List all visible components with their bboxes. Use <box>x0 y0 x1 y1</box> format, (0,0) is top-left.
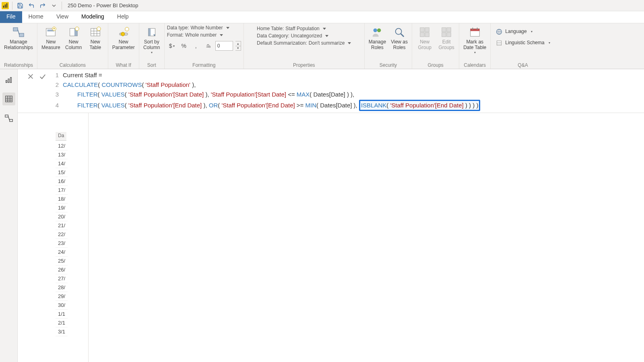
table-row[interactable]: 15/ <box>56 168 68 177</box>
ribbon-group-whatif: New Parameter What If <box>108 23 139 69</box>
group-label-formatting: Formatting <box>167 62 241 69</box>
tab-file[interactable]: File <box>0 11 22 23</box>
data-category-dropdown[interactable]: Data Category: Uncategorized <box>257 33 328 39</box>
tab-view[interactable]: View <box>50 11 75 23</box>
table-row[interactable]: 21/ <box>56 221 68 230</box>
table-row[interactable]: 28/ <box>56 283 68 292</box>
relationships-icon <box>12 26 25 39</box>
data-type-label: Data type: <box>167 25 189 31</box>
view-as-roles-button[interactable]: View as Roles <box>389 25 409 51</box>
table-row[interactable]: 17/ <box>56 186 68 195</box>
ribbon: Manage Relationships Relationships ✦ New… <box>0 23 644 69</box>
table-row[interactable]: 12/ <box>56 142 68 150</box>
sort-by-column-button[interactable]: Sort by Column ▾ <box>142 25 162 55</box>
table-row[interactable]: 14/ <box>56 159 68 168</box>
svg-point-21 <box>125 27 129 31</box>
decimal-places-input[interactable]: 0 <box>215 41 233 51</box>
svg-line-56 <box>8 116 10 121</box>
svg-rect-4 <box>19 33 24 37</box>
undo-icon[interactable] <box>27 1 36 10</box>
spin-down-icon[interactable]: ▼ <box>235 46 241 51</box>
group-label-relationships: Relationships <box>2 62 35 69</box>
svg-rect-54 <box>5 115 8 117</box>
ribbon-group-security: Manage Roles View as Roles Security <box>365 23 412 69</box>
report-view-button[interactable] <box>2 73 15 86</box>
svg-text:✦: ✦ <box>53 27 56 31</box>
redo-icon[interactable] <box>38 1 47 10</box>
new-measure-button[interactable]: ✦ New Measure <box>40 25 62 51</box>
formula-editor[interactable]: 1Current Staff = 2CALCULATE( COUNTROWS( … <box>52 69 644 113</box>
model-view-button[interactable] <box>2 112 15 125</box>
home-table-dropdown[interactable]: Home Table: Staff Population <box>257 26 326 31</box>
group-label-properties: Properties <box>246 62 362 69</box>
table-row[interactable]: 13/ <box>56 150 68 159</box>
tab-help[interactable]: Help <box>111 11 135 23</box>
new-column-button[interactable]: New Column <box>64 25 84 51</box>
qat-customize-icon[interactable] <box>50 1 58 10</box>
table-row[interactable]: 26/ <box>56 265 68 274</box>
svg-point-25 <box>377 29 381 32</box>
table-row[interactable]: 16/ <box>56 177 68 186</box>
manage-roles-button[interactable]: Manage Roles <box>367 25 388 51</box>
chevron-down-icon <box>323 28 326 30</box>
table-row[interactable]: 18/ <box>56 195 68 204</box>
mark-date-table-button[interactable]: Mark as Date Table ▾ <box>462 25 488 55</box>
data-type-dropdown[interactable]: Data type: Whole Number <box>167 25 229 31</box>
new-table-button[interactable]: New Table <box>85 25 105 51</box>
decimal-places-icon: .0₀ <box>203 41 213 51</box>
table-row[interactable]: 30/ <box>56 301 68 310</box>
table-row[interactable]: 23/ <box>56 239 68 248</box>
svg-rect-32 <box>442 28 446 32</box>
svg-line-27 <box>401 34 404 37</box>
currency-format-button[interactable]: $▾ <box>167 41 177 51</box>
formula-cancel-button[interactable] <box>25 72 36 81</box>
table-row[interactable]: 25/ <box>56 257 68 265</box>
table-row[interactable]: 22/ <box>56 230 68 239</box>
comma-format-button[interactable]: , <box>191 41 201 51</box>
save-icon[interactable] <box>16 1 25 10</box>
svg-rect-37 <box>470 29 479 31</box>
summarization-label: Default Summarization: <box>257 40 307 46</box>
column-header[interactable]: Da <box>56 132 66 141</box>
svg-rect-43 <box>497 41 502 45</box>
svg-rect-35 <box>447 33 451 37</box>
group-label-qa: Q&A <box>493 62 552 69</box>
group-label-security: Security <box>367 62 409 69</box>
language-button[interactable]: Language ▾ <box>493 27 535 36</box>
table-row[interactable]: 29/ <box>56 292 68 301</box>
linguistic-schema-button[interactable]: Linguistic Schema ▾ <box>493 39 552 47</box>
group-label-sort: Sort <box>142 62 162 69</box>
table-row[interactable]: 19/ <box>56 204 68 212</box>
chevron-down-icon <box>220 34 223 36</box>
percent-format-button[interactable]: % <box>179 41 189 51</box>
table-row[interactable]: 2/1 <box>56 319 68 327</box>
svg-rect-28 <box>420 28 424 32</box>
svg-rect-1 <box>5 4 6 8</box>
edit-groups-button[interactable]: Edit Groups <box>436 25 456 51</box>
ribbon-group-groups: New Group Edit Groups Groups <box>412 23 459 69</box>
format-dropdown[interactable]: Format: Whole number <box>167 32 223 38</box>
spin-up-icon[interactable]: ▲ <box>235 41 241 46</box>
data-grid[interactable]: Date 1/06/ Da 12/13/14/15/16/17/18/19/20… <box>43 108 89 362</box>
title-bar: 250 Demo - Power BI Desktop <box>0 0 644 11</box>
tab-modeling[interactable]: Modeling <box>75 11 111 23</box>
manage-relationships-button[interactable]: Manage Relationships <box>2 25 35 51</box>
sort-icon <box>145 26 158 39</box>
summarization-dropdown[interactable]: Default Summarization: Don't summarize <box>257 40 351 46</box>
table-row[interactable]: 27/ <box>56 274 68 283</box>
highlighted-formula-fragment: ISBLANK( 'Staff Population'[End Date] ) … <box>359 100 480 111</box>
app-logo-icon <box>2 2 9 9</box>
decimal-spinner[interactable]: ▲▼ <box>235 41 241 51</box>
table-row[interactable]: 20/ <box>56 212 68 221</box>
tab-home[interactable]: Home <box>22 11 50 23</box>
table-row[interactable]: 1/1 <box>56 310 68 319</box>
formula-commit-button[interactable] <box>37 72 48 81</box>
table-row[interactable]: 3/1 <box>56 327 68 336</box>
linguistic-schema-label: Linguistic Schema <box>505 40 544 46</box>
data-view-button[interactable] <box>2 93 15 105</box>
new-group-button[interactable]: New Group <box>415 25 435 51</box>
chevron-down-icon: ▾ <box>531 30 533 33</box>
table-row[interactable]: 24/ <box>56 248 68 257</box>
new-parameter-button[interactable]: New Parameter <box>111 25 136 51</box>
new-column-label: New Column <box>65 39 82 51</box>
